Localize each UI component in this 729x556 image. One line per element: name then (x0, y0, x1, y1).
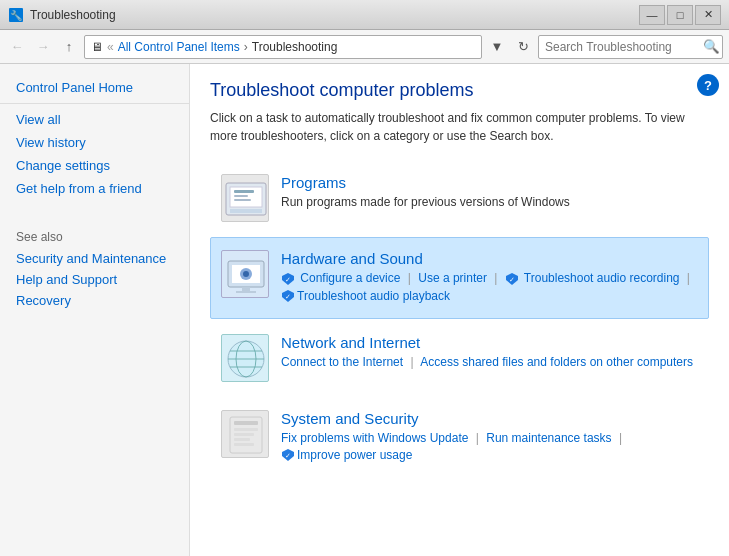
network-content: Network and Internet Connect to the Inte… (281, 334, 698, 369)
search-button[interactable]: 🔍 (701, 36, 722, 58)
svg-rect-7 (234, 199, 251, 201)
sidebar-section-main: Control Panel Home (0, 76, 189, 99)
shield-icon-configure: ✓ (281, 272, 295, 286)
sidebar-get-help[interactable]: Get help from a friend (0, 177, 189, 200)
back-button[interactable]: ← (6, 36, 28, 58)
programs-content: Programs Run programs made for previous … (281, 174, 698, 209)
hardware-title[interactable]: Hardware and Sound (281, 250, 698, 267)
troubleshoot-audio-recording-link[interactable]: Troubleshoot audio recording (524, 271, 680, 285)
svg-rect-27 (234, 428, 258, 431)
svg-text:✓: ✓ (509, 276, 515, 283)
refresh-button[interactable]: ↻ (512, 36, 534, 58)
fix-windows-update-link[interactable]: Fix problems with Windows Update (281, 431, 468, 445)
svg-rect-11 (236, 291, 256, 293)
window-title: Troubleshooting (30, 8, 639, 22)
network-icon (221, 334, 269, 382)
svg-text:✓: ✓ (285, 293, 291, 300)
svg-rect-5 (234, 190, 254, 193)
category-security[interactable]: System and Security Fix problems with Wi… (210, 397, 709, 478)
system-security-title[interactable]: System and Security (281, 410, 698, 427)
programs-subtitle: Run programs made for previous versions … (281, 195, 698, 209)
system-security-links: Fix problems with Windows Update | Run m… (281, 431, 698, 465)
improve-power-usage-link[interactable]: Improve power usage (297, 448, 412, 462)
sidebar-view-history[interactable]: View history (0, 131, 189, 154)
breadcrumb-separator: › (244, 40, 248, 54)
close-button[interactable]: ✕ (695, 5, 721, 25)
forward-button[interactable]: → (32, 36, 54, 58)
app-icon: 🔧 (8, 7, 24, 23)
configure-device-link[interactable]: Configure a device (300, 271, 400, 285)
programs-icon (221, 174, 269, 222)
content-title: Troubleshoot computer problems (210, 80, 709, 101)
category-hardware[interactable]: Hardware and Sound ✓ Configure a device … (210, 237, 709, 319)
breadcrumb-home-link[interactable]: All Control Panel Items (118, 40, 240, 54)
sidebar-help-support[interactable]: Help and Support (0, 269, 189, 290)
sidebar-divider (0, 103, 189, 104)
programs-title[interactable]: Programs (281, 174, 698, 191)
svg-rect-26 (234, 421, 258, 425)
hardware-icon (221, 250, 269, 298)
network-title[interactable]: Network and Internet (281, 334, 698, 351)
run-maintenance-link[interactable]: Run maintenance tasks (486, 431, 611, 445)
dropdown-button[interactable]: ▼ (486, 36, 508, 58)
shield-icon-audio-playback: ✓ (281, 289, 295, 303)
sidebar-security-maintenance[interactable]: Security and Maintenance (0, 248, 189, 269)
shield-icon-audio-recording: ✓ (505, 272, 519, 286)
category-programs[interactable]: Programs Run programs made for previous … (210, 161, 709, 235)
minimize-button[interactable]: — (639, 5, 665, 25)
svg-rect-28 (234, 433, 254, 436)
security-icon (221, 410, 269, 458)
breadcrumb-current: Troubleshooting (252, 40, 338, 54)
search-box[interactable]: 🔍 (538, 35, 723, 59)
hardware-links: ✓ Configure a device | Use a printer | ✓… (281, 271, 698, 306)
svg-rect-6 (234, 195, 248, 197)
svg-text:✓: ✓ (285, 452, 291, 459)
use-printer-link[interactable]: Use a printer (418, 271, 487, 285)
shield-icon-power: ✓ (281, 448, 295, 462)
maximize-button[interactable]: □ (667, 5, 693, 25)
connect-internet-link[interactable]: Connect to the Internet (281, 355, 403, 369)
sidebar: Control Panel Home View all View history… (0, 64, 190, 556)
system-security-content: System and Security Fix problems with Wi… (281, 410, 698, 465)
network-links: Connect to the Internet | Access shared … (281, 355, 698, 369)
svg-point-13 (243, 271, 249, 277)
svg-rect-30 (234, 443, 254, 446)
address-bar: ← → ↑ 🖥 « All Control Panel Items › Trou… (0, 30, 729, 64)
sidebar-change-settings[interactable]: Change settings (0, 154, 189, 177)
svg-text:✓: ✓ (285, 276, 291, 283)
search-input[interactable] (539, 36, 701, 58)
help-button[interactable]: ? (697, 74, 719, 96)
breadcrumb-icon: 🖥 (91, 40, 103, 54)
address-breadcrumb[interactable]: 🖥 « All Control Panel Items › Troublesho… (84, 35, 482, 59)
svg-rect-4 (230, 209, 262, 213)
access-shared-files-link[interactable]: Access shared files and folders on other… (420, 355, 693, 369)
content-area: ? Troubleshoot computer problems Click o… (190, 64, 729, 556)
window-controls[interactable]: — □ ✕ (639, 5, 721, 25)
sidebar-section-links: View all View history Change settings Ge… (0, 108, 189, 200)
svg-rect-10 (242, 287, 250, 291)
sidebar-view-all[interactable]: View all (0, 108, 189, 131)
troubleshoot-audio-playback-link[interactable]: Troubleshoot audio playback (297, 289, 450, 303)
breadcrumb-sep1: « (107, 40, 114, 54)
sidebar-control-panel-home[interactable]: Control Panel Home (0, 76, 189, 99)
main-layout: Control Panel Home View all View history… (0, 64, 729, 556)
sidebar-see-also-label: See also (0, 220, 189, 248)
up-button[interactable]: ↑ (58, 36, 80, 58)
title-bar: 🔧 Troubleshooting — □ ✕ (0, 0, 729, 30)
category-network[interactable]: Network and Internet Connect to the Inte… (210, 321, 709, 395)
sidebar-recovery[interactable]: Recovery (0, 290, 189, 311)
content-description: Click on a task to automatically trouble… (210, 109, 709, 145)
svg-text:🔧: 🔧 (10, 9, 23, 22)
hardware-content: Hardware and Sound ✓ Configure a device … (281, 250, 698, 306)
svg-rect-29 (234, 438, 250, 441)
